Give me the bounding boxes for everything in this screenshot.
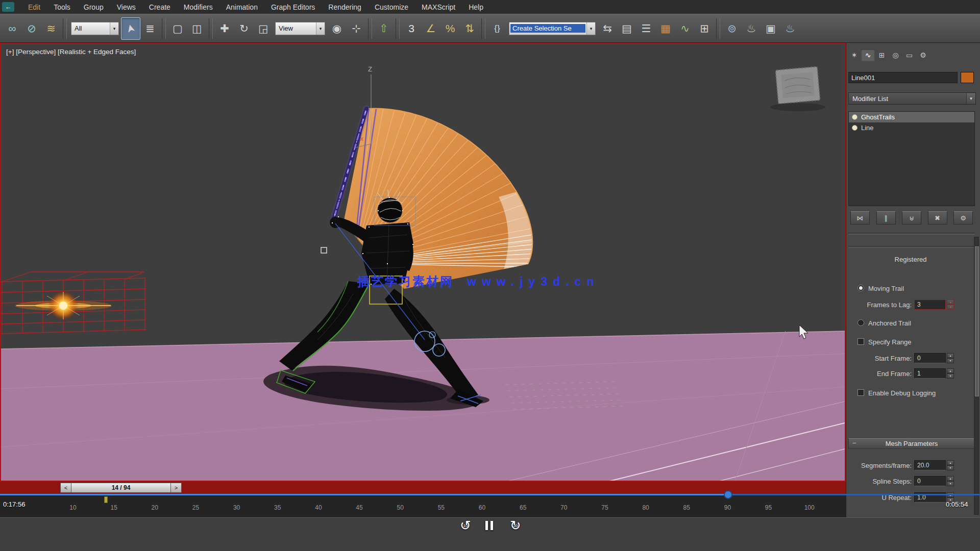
- trackbar-tick: 25: [192, 504, 199, 511]
- start-frame-spinner[interactable]: ▴▾: [947, 353, 954, 363]
- menu-maxscript[interactable]: MAXScript: [415, 0, 462, 14]
- frames-to-lag-label: Frames to Lag:: [846, 301, 912, 309]
- snaps-toggle-3d-icon[interactable]: 3: [402, 17, 421, 40]
- remove-modifier-button[interactable]: ✖: [928, 211, 947, 224]
- angle-snap-icon[interactable]: ∠: [421, 17, 440, 40]
- object-color-swatch[interactable]: [961, 72, 974, 83]
- rendered-frame-window-icon[interactable]: ▣: [761, 17, 780, 40]
- mirror-icon[interactable]: ⇆: [598, 17, 617, 40]
- menu-views[interactable]: Views: [110, 0, 142, 14]
- spline-steps-field[interactable]: 0: [914, 476, 946, 486]
- panel-scrollbar[interactable]: [974, 237, 979, 515]
- menu-customize[interactable]: Customize: [368, 0, 415, 14]
- render-production-icon[interactable]: ♨: [780, 17, 800, 40]
- segments-per-frame-spinner[interactable]: ▴▾: [947, 460, 954, 470]
- video-pause-button[interactable]: [485, 521, 493, 530]
- watermark-site-text: www.jy3d.cn: [467, 275, 599, 288]
- frames-to-lag-field[interactable]: 3: [914, 299, 946, 310]
- spline-steps-spinner[interactable]: ▴▾: [947, 476, 954, 486]
- time-slider-value[interactable]: 14 / 94: [71, 483, 170, 493]
- start-frame-field[interactable]: 0: [914, 353, 946, 363]
- trackbar-tick: 15: [110, 504, 117, 511]
- curve-editor-icon[interactable]: ∿: [675, 17, 695, 40]
- tab-motion[interactable]: ◎: [889, 49, 902, 61]
- modifier-stack: GhostTrails Line: [848, 111, 975, 206]
- window-crossing-icon[interactable]: ◫: [187, 17, 207, 40]
- select-and-move-icon[interactable]: ✚: [215, 17, 234, 40]
- configure-modifier-sets-button[interactable]: ⚙: [953, 211, 973, 224]
- modifier-enable-bulb-icon[interactable]: [852, 114, 857, 120]
- tab-display[interactable]: ▭: [902, 49, 916, 61]
- divider: [848, 246, 975, 248]
- video-progress-bar[interactable]: [0, 494, 980, 495]
- render-setup-icon[interactable]: ♨: [742, 17, 761, 40]
- moving-trail-radio[interactable]: [857, 285, 864, 291]
- material-editor-icon[interactable]: ⊚: [722, 17, 742, 40]
- percent-snap-icon[interactable]: %: [440, 17, 460, 40]
- ribbon-icon[interactable]: ▦: [656, 17, 675, 40]
- menu-graph-editors[interactable]: Graph Editors: [264, 0, 322, 14]
- tab-hierarchy[interactable]: ⊞: [875, 49, 889, 61]
- make-unique-button[interactable]: ⊎: [902, 211, 921, 224]
- show-end-result-button[interactable]: ∥: [876, 211, 896, 224]
- selection-filter-dropdown[interactable]: All ▾: [71, 22, 119, 35]
- menu-help[interactable]: Help: [462, 0, 490, 14]
- end-frame-field[interactable]: 1: [914, 368, 946, 379]
- spinner-snap-icon[interactable]: ⇅: [460, 17, 479, 40]
- segments-per-frame-field[interactable]: 20.0: [914, 460, 946, 470]
- panel-scrollbar-thumb[interactable]: [975, 246, 979, 396]
- select-and-scale-icon[interactable]: ◲: [254, 17, 273, 40]
- time-slider-prev-button[interactable]: <: [60, 483, 71, 493]
- enable-debug-logging-checkbox[interactable]: [857, 389, 864, 396]
- edit-named-selection-sets-icon[interactable]: {}: [487, 17, 507, 40]
- tab-modify[interactable]: ∿: [861, 49, 875, 61]
- menu-edit[interactable]: Edit: [21, 0, 47, 14]
- modifier-list-dropdown[interactable]: Modifier List ▾: [848, 92, 976, 105]
- menu-modifiers[interactable]: Modifiers: [177, 0, 219, 14]
- viewport-label[interactable]: [+] [Perspective] [Realistic + Edged Fac…: [6, 48, 136, 56]
- back-arrow-icon[interactable]: ←: [2, 2, 14, 12]
- video-forward-button[interactable]: ↻ 30: [508, 519, 523, 532]
- current-frame-marker[interactable]: [104, 496, 108, 503]
- select-and-link-icon[interactable]: ∞: [3, 17, 22, 40]
- named-selection-sets-dropdown[interactable]: Create Selection Se ▾: [509, 22, 596, 35]
- mesh-parameters-rollout[interactable]: − Mesh Parameters: [848, 438, 975, 449]
- align-icon[interactable]: ▤: [617, 17, 636, 40]
- modifier-enable-bulb-icon[interactable]: [852, 125, 857, 131]
- unlink-selection-icon[interactable]: ⊘: [22, 17, 41, 40]
- modifier-stack-row[interactable]: Line: [849, 122, 974, 133]
- menu-group[interactable]: Group: [77, 0, 110, 14]
- select-and-manipulate-icon[interactable]: ⊹: [347, 17, 366, 40]
- select-by-name-icon[interactable]: ≣: [140, 17, 160, 40]
- pin-stack-button[interactable]: ⋈: [850, 211, 870, 224]
- time-slider-track[interactable]: < 14 / 94 >: [0, 482, 846, 494]
- tab-create[interactable]: ✶: [847, 49, 861, 61]
- object-name-field[interactable]: Line001: [848, 72, 958, 83]
- video-rewind-button[interactable]: ↺ 10: [458, 519, 473, 532]
- select-object-icon[interactable]: ➤: [121, 17, 140, 40]
- menu-tools[interactable]: Tools: [47, 0, 77, 14]
- reference-coordinate-system-dropdown[interactable]: View ▾: [275, 22, 325, 35]
- anchored-trail-radio[interactable]: [857, 319, 864, 326]
- track-bar[interactable]: 101520253035404550556065707580859095100: [0, 494, 846, 518]
- time-slider-next-button[interactable]: >: [170, 483, 182, 493]
- menu-animation[interactable]: Animation: [219, 0, 264, 14]
- video-progress-handle[interactable]: [724, 490, 732, 499]
- keyboard-shortcut-override-icon[interactable]: ⇧: [374, 17, 394, 40]
- rectangular-selection-region-icon[interactable]: ▢: [168, 17, 187, 40]
- frames-to-lag-spinner[interactable]: ▴▾: [947, 299, 954, 310]
- schematic-view-icon[interactable]: ⊞: [695, 17, 714, 40]
- viewport-scene: Z x: [1, 44, 846, 482]
- bind-to-space-warp-icon[interactable]: ≋: [41, 17, 61, 40]
- menu-create[interactable]: Create: [142, 0, 177, 14]
- use-pivot-point-center-icon[interactable]: ◉: [327, 17, 347, 40]
- end-frame-spinner[interactable]: ▴▾: [947, 368, 954, 379]
- menu-rendering[interactable]: Rendering: [322, 0, 368, 14]
- specify-range-checkbox[interactable]: [857, 338, 864, 345]
- time-slider[interactable]: < 14 / 94 >: [60, 483, 182, 493]
- tab-utilities[interactable]: ⚙: [916, 49, 930, 61]
- modifier-stack-row[interactable]: GhostTrails: [849, 112, 974, 122]
- select-and-rotate-icon[interactable]: ↻: [234, 17, 254, 40]
- layer-manager-icon[interactable]: ☰: [636, 17, 656, 40]
- perspective-viewport[interactable]: [+] [Perspective] [Realistic + Edged Fac…: [0, 43, 846, 482]
